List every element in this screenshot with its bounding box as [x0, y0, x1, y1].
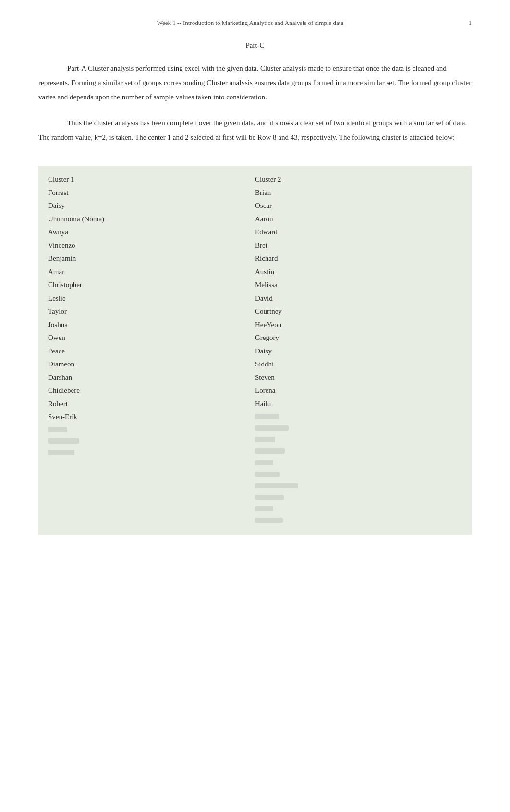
- cluster2-name-10: HeeYeon: [255, 319, 462, 331]
- cluster1-name-13: Diameon: [48, 358, 255, 371]
- cluster2-header: Cluster 2: [255, 173, 462, 186]
- cluster-column-2: Cluster 2 Brian Oscar Aaron Edward Bret …: [255, 173, 462, 525]
- cluster1-name-2: Uhunnoma (Noma): [48, 213, 255, 226]
- cluster1-name-12: Peace: [48, 345, 255, 358]
- cluster1-name-8: Leslie: [48, 292, 255, 305]
- cluster2-redacted-3: [255, 446, 462, 456]
- cluster2-name-6: Austin: [255, 266, 462, 279]
- cluster1-name-7: Christopher: [48, 279, 255, 291]
- cluster2-name-16: Hailu: [255, 398, 462, 411]
- cluster1-name-11: Owen: [48, 332, 255, 344]
- cluster2-name-1: Oscar: [255, 200, 462, 212]
- page: Week 1 -- Introduction to Marketing Anal…: [0, 0, 510, 812]
- cluster2-redacted-8: [255, 504, 462, 513]
- paragraph-1: Part-A Cluster analysis performed using …: [38, 61, 472, 104]
- cluster-column-1: Cluster 1 Forrest Daisy Uhunnoma (Noma) …: [48, 173, 255, 525]
- cluster1-redacted-0: [48, 425, 255, 435]
- cluster2-name-0: Brian: [255, 187, 462, 199]
- cluster2-redacted-2: [255, 435, 462, 444]
- cluster2-redacted-6: [255, 481, 462, 490]
- cluster2-redacted-4: [255, 458, 462, 467]
- cluster1-name-14: Darshan: [48, 372, 255, 384]
- cluster2-redacted-9: [255, 515, 462, 525]
- cluster2-name-15: Lorena: [255, 385, 462, 397]
- cluster1-name-15: Chidiebere: [48, 385, 255, 397]
- cluster1-redacted-1: [48, 436, 255, 446]
- cluster2-name-7: Melissa: [255, 279, 462, 291]
- cluster2-redacted-5: [255, 469, 462, 479]
- cluster2-redacted-0: [255, 412, 462, 421]
- cluster2-name-13: Siddhi: [255, 358, 462, 371]
- cluster1-name-10: Joshua: [48, 319, 255, 331]
- cluster2-name-12: Daisy: [255, 345, 462, 358]
- cluster-table-container: Cluster 1 Forrest Daisy Uhunnoma (Noma) …: [38, 166, 472, 535]
- cluster2-redacted-1: [255, 423, 462, 433]
- cluster2-name-5: Richard: [255, 253, 462, 265]
- paragraph-2: Thus the cluster analysis has been compl…: [38, 116, 472, 145]
- cluster1-name-4: Vincenzo: [48, 240, 255, 252]
- page-header: Week 1 -- Introduction to Marketing Anal…: [38, 19, 472, 27]
- cluster2-name-11: Gregory: [255, 332, 462, 344]
- cluster2-name-4: Bret: [255, 240, 462, 252]
- cluster2-redacted-7: [255, 492, 462, 502]
- cluster1-name-9: Taylor: [48, 305, 255, 318]
- cluster1-name-5: Benjamin: [48, 253, 255, 265]
- header-page-number: 1: [462, 19, 472, 27]
- cluster1-name-1: Daisy: [48, 200, 255, 212]
- cluster2-name-9: Courtney: [255, 305, 462, 318]
- cluster1-name-6: Amar: [48, 266, 255, 279]
- header-title: Week 1 -- Introduction to Marketing Anal…: [38, 19, 462, 27]
- cluster1-name-17: Sven-Erik: [48, 411, 255, 424]
- cluster1-redacted-2: [48, 448, 255, 458]
- section-title: Part-C: [38, 41, 472, 49]
- cluster2-name-8: David: [255, 292, 462, 305]
- cluster1-name-0: Forrest: [48, 187, 255, 199]
- cluster1-name-3: Awnya: [48, 226, 255, 239]
- cluster2-name-3: Edward: [255, 226, 462, 239]
- cluster2-name-14: Steven: [255, 372, 462, 384]
- cluster-table: Cluster 1 Forrest Daisy Uhunnoma (Noma) …: [48, 173, 462, 525]
- cluster1-header: Cluster 1: [48, 173, 255, 186]
- cluster1-name-16: Robert: [48, 398, 255, 411]
- cluster2-name-2: Aaron: [255, 213, 462, 226]
